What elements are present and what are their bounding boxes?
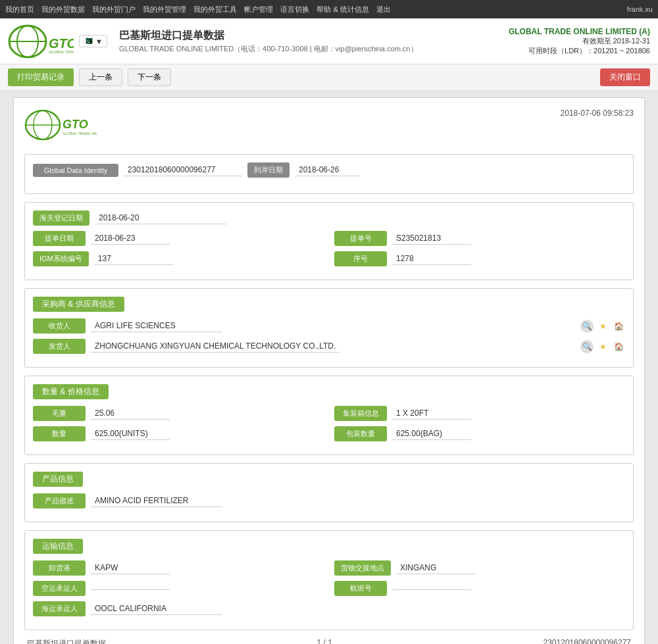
igm-pair: IGM系统编号 137 [33, 251, 324, 266]
star-icon-consignee[interactable]: ★ [596, 320, 609, 333]
top-navigation: 我的首页 · 我的外贸数据 · 我的外贸门户 · 我的外贸管理 · 我的外贸工具… [0, 0, 658, 18]
vessel-pair: 航班号 [334, 581, 625, 596]
customs-date-value: 2018-06-20 [95, 212, 226, 224]
bill-date-pair: 提单日期 2018-06-23 [33, 231, 324, 246]
logo-svg: GTO GLOBAL TRADE ONLINE LIMITED [8, 24, 74, 59]
product-desc-row: 产品描述 AMINO ACID FERTILIZER [33, 493, 625, 508]
page-title: 巴基斯坦进口提单数据 [119, 29, 418, 43]
consignee-row: 收货人 AGRI LIFE SCIENCES 🔍 ★ 🏠 [33, 318, 625, 334]
delivery-label: 货物交接地点 [334, 560, 391, 576]
prev-button-top[interactable]: 上一条 [79, 68, 122, 86]
flag-icon: 🇵🇰 [84, 37, 93, 45]
nav-tools[interactable]: 我的外贸工具 [193, 5, 237, 14]
consignee-value: AGRI LIFE SCIENCES [91, 320, 222, 332]
gdi-value: 23012018060000096277 [124, 164, 242, 176]
quantity-pair: 数量 625.00(UNITS) [33, 426, 324, 441]
seq-value: 1278 [392, 253, 471, 265]
weight-label: 毛重 [33, 406, 86, 421]
pkg-weight-value: 625.00(BAG) [392, 428, 471, 440]
doc-footer-left: 巴基斯坦进口提单数据 [27, 638, 106, 644]
bill-no-value: S235021813 [392, 232, 471, 245]
supplier-section-title: 采购商 & 供应商信息 [33, 297, 124, 312]
search-icon-consignee[interactable]: 🔍 [580, 320, 594, 333]
header-right: GLOBAL TRADE ONLINE LIMITED (A) 有效期至 201… [509, 27, 650, 56]
transport-section: 运输信息 卸货港 KAPW 货物交接地点 XINGANG 空运承运人 航班号 [24, 530, 634, 630]
delivery-pair: 货物交接地点 XINGANG [334, 560, 625, 576]
page-title-area: 巴基斯坦进口提单数据 GLOBAL TRADE ONLINE LIMITED（电… [119, 29, 418, 54]
chevron-down-icon: ▼ [95, 37, 103, 45]
nav-language[interactable]: 语言切换 [280, 5, 309, 14]
customs-date-row: 海关登记日期 2018-06-20 [33, 211, 625, 226]
nav-home[interactable]: 我的首页 [5, 5, 34, 14]
weight-value: 25.06 [91, 407, 170, 420]
gto-logo: GTO GLOBAL TRADE ONLINE LIMITED [8, 24, 74, 59]
quantity-section-title: 数量 & 价格信息 [33, 384, 109, 399]
air-carrier-label: 空运承运人 [33, 581, 86, 596]
vessel-label: 航班号 [334, 581, 387, 596]
qty-pkgweight-row: 数量 625.00(UNITS) 包装数量 625.00(BAG) [33, 426, 625, 441]
contact-info: GLOBAL TRADE ONLINE LIMITED（电话：400-710-3… [119, 44, 418, 54]
shipper-row: 发货人 ZHONGCHUANG XINGYUAN CHEMICAL TECHNO… [33, 339, 625, 354]
nav-management[interactable]: 我的外贸管理 [143, 5, 186, 14]
supplier-section: 采购商 & 供应商信息 收货人 AGRI LIFE SCIENCES 🔍 ★ 🏠… [24, 288, 634, 368]
logo-area: GTO GLOBAL TRADE ONLINE LIMITED 🇵🇰 ▼ 巴基斯… [8, 24, 418, 59]
igm-label: IGM系统编号 [33, 251, 89, 266]
nav-portal[interactable]: 我的外贸门户 [92, 5, 136, 14]
sea-carrier-value: OOCL CALIFORNIA [91, 603, 222, 615]
air-carrier-value [91, 587, 170, 590]
svg-text:GTO: GTO [63, 118, 88, 131]
main-content: GTO GLOBAL TRADE ONLINE LIMITED 2018-07-… [0, 91, 658, 644]
seq-pair: 序号 1278 [334, 251, 625, 266]
bill-date-value: 2018-06-23 [91, 232, 170, 245]
nav-trade-data[interactable]: 我的外贸数据 [41, 5, 85, 14]
document-panel: GTO GLOBAL TRADE ONLINE LIMITED 2018-07-… [13, 97, 645, 644]
search-icon-shipper[interactable]: 🔍 [580, 340, 594, 353]
bill-row: 提单日期 2018-06-23 提单号 S235021813 [33, 231, 625, 246]
doc-header: GTO GLOBAL TRADE ONLINE LIMITED 2018-07-… [24, 109, 634, 143]
ldr-range: 可用时段（LDR）：201201 ~ 201806 [509, 46, 650, 56]
container-label: 集装箱信息 [334, 406, 387, 421]
nav-logout[interactable]: 退出 [376, 5, 391, 14]
bill-no-pair: 提单号 S235021813 [334, 231, 625, 246]
svg-text:GLOBAL TRADE ONLINE LIMITED: GLOBAL TRADE ONLINE LIMITED [49, 50, 74, 54]
validity-date: 有效期至 2018-12-31 [509, 36, 650, 46]
bill-no-label: 提单号 [334, 231, 387, 246]
header-bar: GTO GLOBAL TRADE ONLINE LIMITED 🇵🇰 ▼ 巴基斯… [0, 18, 658, 64]
star-icon-shipper[interactable]: ★ [596, 340, 609, 353]
nav-help[interactable]: 帮助 & 统计信息 [316, 5, 368, 14]
print-button-top[interactable]: 打印贸易记录 [8, 68, 74, 86]
home-icon-consignee[interactable]: 🏠 [612, 320, 625, 333]
discharge-value: KAPW [91, 562, 170, 574]
quantity-label: 数量 [33, 426, 86, 441]
next-button-top[interactable]: 下一条 [128, 68, 171, 86]
port-delivery-row: 卸货港 KAPW 货物交接地点 XINGANG [33, 560, 625, 576]
svg-text:GTO: GTO [49, 36, 74, 51]
pkg-weight-label: 包装数量 [334, 426, 387, 441]
product-section: 产品信息 产品描述 AMINO ACID FERTILIZER [24, 463, 634, 522]
discharge-pair: 卸货港 KAPW [33, 560, 324, 576]
country-selector[interactable]: 🇵🇰 ▼ [79, 35, 107, 47]
transport-section-title: 运输信息 [33, 539, 83, 554]
weight-pair: 毛重 25.06 [33, 406, 324, 421]
consignee-label: 收货人 [33, 318, 86, 334]
nav-account[interactable]: 帐户管理 [244, 5, 273, 14]
igm-value: 137 [94, 253, 173, 265]
gdi-label: Global Data Identity [33, 164, 118, 177]
product-desc-value: AMINO ACID FERTILIZER [91, 495, 222, 507]
air-vessel-row: 空运承运人 航班号 [33, 581, 625, 596]
sea-carrier-label: 海运承运人 [33, 601, 86, 616]
weight-container-row: 毛重 25.06 集装箱信息 1 X 20FT [33, 406, 625, 421]
doc-footer-right: 23012018060000096277 [544, 638, 631, 644]
close-button-top[interactable]: 关闭窗口 [600, 68, 650, 86]
home-icon-shipper[interactable]: 🏠 [612, 340, 625, 353]
arrival-date-label: 到岸日期 [247, 162, 290, 178]
doc-footer-center: 1 / 1 [317, 638, 332, 644]
action-bar-top: 打印贸易记录 上一条 下一条 关闭窗口 [0, 64, 658, 91]
air-carrier-pair: 空运承运人 [33, 581, 324, 596]
product-desc-label: 产品描述 [33, 493, 86, 508]
quantity-section: 数量 & 价格信息 毛重 25.06 集装箱信息 1 X 20FT 数量 625… [24, 376, 634, 455]
shipper-label: 发货人 [33, 339, 86, 354]
product-section-title: 产品信息 [33, 472, 83, 487]
gdi-row: Global Data Identity 2301201806000009627… [33, 162, 625, 178]
doc-logo: GTO GLOBAL TRADE ONLINE LIMITED [24, 109, 97, 143]
